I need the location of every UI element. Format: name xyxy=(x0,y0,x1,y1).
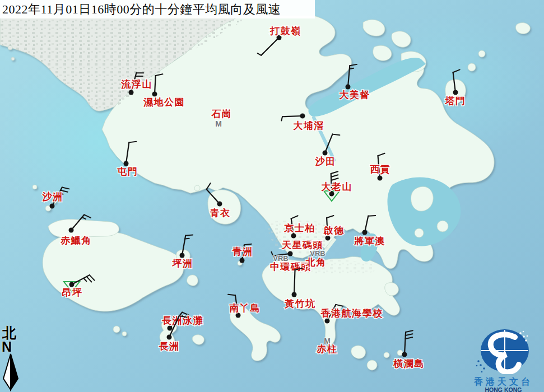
station-dot xyxy=(152,92,157,97)
hko-logo-chinese: 香港天文台 xyxy=(463,377,544,386)
station-label: 將軍澳 xyxy=(354,236,385,246)
hko-logo: 香港天文台 HONG KONG OBSERVATORY xyxy=(463,324,544,392)
station-dot xyxy=(402,352,407,357)
station-dot xyxy=(346,85,351,90)
station-dot xyxy=(378,176,383,181)
north-arrow-icon xyxy=(1,353,20,392)
station-label: 流浮山 xyxy=(120,79,152,90)
station-dot xyxy=(323,151,328,156)
compass-north-letter: N xyxy=(2,340,24,353)
station-label: 塔門 xyxy=(445,96,466,106)
station-label: 沙洲 xyxy=(42,192,63,202)
station-dot xyxy=(50,204,55,209)
station-label: 啟德 xyxy=(323,225,345,236)
station-label: 大老山 xyxy=(321,181,352,192)
station-label: 濕地公園 xyxy=(143,97,185,108)
station-label: 青衣 xyxy=(210,208,231,218)
station-label: 橫瀾島 xyxy=(393,358,425,369)
station-dot xyxy=(167,335,172,340)
station-dot xyxy=(326,236,331,241)
station-label: 大埔滘 xyxy=(293,120,324,131)
station-dot xyxy=(288,251,293,256)
hko-logo-icon xyxy=(463,324,544,374)
north-compass: 北 N xyxy=(1,326,24,392)
station-dot xyxy=(453,90,458,95)
station-dot xyxy=(292,292,297,297)
hko-logo-english: HONG KONG OBSERVATORY xyxy=(463,386,544,392)
map-title: 2022年11月01日16時00分的十分鐘平均風向及風速 xyxy=(0,0,315,18)
station-label: 赤柱 xyxy=(317,344,338,354)
station-dot xyxy=(291,234,296,239)
station-label: 石崗 xyxy=(211,109,233,119)
station-label: 香港航海學校 xyxy=(320,308,383,319)
station-dot xyxy=(240,258,245,263)
station-label: 京士柏 xyxy=(283,223,315,234)
station-label: 黃竹坑 xyxy=(284,298,316,309)
m-marker: M xyxy=(215,119,222,128)
station-dot xyxy=(69,228,74,233)
station-label: 打鼓嶺 xyxy=(269,26,301,36)
vrb-marker: VRB xyxy=(310,249,325,258)
station-label: 坪洲 xyxy=(172,258,193,269)
station-dot xyxy=(300,114,305,119)
station-label: 南丫島 xyxy=(229,303,261,314)
station-label: 大美督 xyxy=(339,89,370,100)
station-label: 長洲 xyxy=(159,341,180,352)
station-label: 西貢 xyxy=(370,164,391,175)
station-label: 赤鱲角 xyxy=(60,235,92,246)
station-label: 屯門 xyxy=(117,166,138,177)
station-dot xyxy=(217,202,222,207)
station-label: 沙田 xyxy=(315,156,336,167)
station-dot xyxy=(325,319,330,324)
station-dot xyxy=(168,326,173,331)
hko-wind-map-app: 打鼓嶺流浮山濕地公園M石崗大美督塔門大埔滘沙田西貢大老山屯門沙洲青衣赤鱲角京士柏… xyxy=(0,0,544,392)
tsing-yi-island xyxy=(208,190,241,224)
station-dot xyxy=(180,253,185,258)
station-dot xyxy=(124,161,129,166)
station-label: 青洲 xyxy=(233,246,253,257)
station-dot xyxy=(129,90,134,95)
station-dot xyxy=(69,282,75,287)
station-label: 北角 xyxy=(305,257,327,268)
map-title-text: 2022年11月01日16時00分的十分鐘平均風向及風速 xyxy=(2,2,281,16)
station-label: 昂坪 xyxy=(62,287,83,298)
station-dot xyxy=(362,230,368,235)
